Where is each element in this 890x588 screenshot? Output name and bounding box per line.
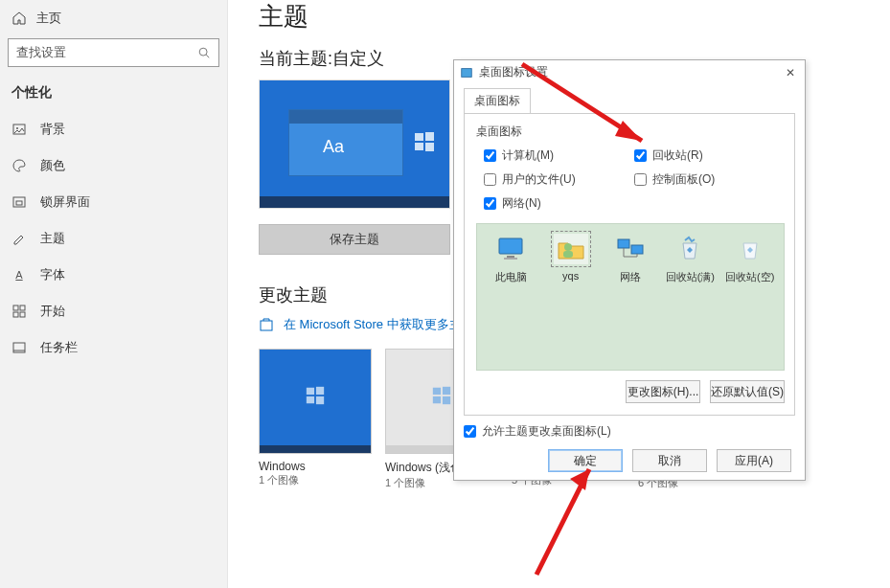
- font-icon: A: [11, 267, 27, 283]
- icon-label: yqs: [562, 270, 579, 282]
- page-title: 主题: [259, 0, 880, 34]
- sidebar-item-font[interactable]: A 字体: [0, 257, 227, 293]
- sidebar-item-label: 背景: [40, 121, 65, 138]
- checkbox-controlpanel[interactable]: 控制面板(O): [634, 171, 785, 188]
- svg-rect-24: [443, 396, 450, 403]
- svg-rect-17: [307, 387, 314, 394]
- sidebar-item-label: 任务栏: [40, 339, 78, 356]
- desktop-icon-settings-dialog: 桌面图标设置 ✕ 桌面图标 桌面图标 计算机(M) 回收站(R) 用户的文件(U…: [453, 59, 806, 481]
- change-icon-button[interactable]: 更改图标(H)...: [626, 380, 700, 403]
- allow-checkbox-input[interactable]: [464, 425, 476, 438]
- close-icon[interactable]: ✕: [782, 66, 799, 79]
- svg-point-33: [564, 243, 572, 251]
- checkbox-label: 回收站(R): [652, 147, 703, 164]
- sidebar-item-label: 字体: [40, 266, 65, 283]
- svg-rect-5: [16, 201, 22, 205]
- checkbox-recyclebin[interactable]: 回收站(R): [634, 147, 785, 164]
- sidebar-home[interactable]: 主页: [0, 6, 227, 34]
- theme-card-windows[interactable]: Windows 1 个图像: [259, 349, 372, 490]
- svg-rect-15: [425, 143, 434, 151]
- user-folder-icon: [554, 234, 588, 264]
- search-placeholder: 查找设置: [16, 44, 66, 61]
- search-icon: [197, 46, 211, 59]
- svg-rect-29: [462, 68, 472, 77]
- ok-button[interactable]: 确定: [548, 449, 623, 472]
- svg-rect-31: [507, 256, 514, 258]
- current-theme-preview[interactable]: Aa: [259, 79, 450, 209]
- icon-label: 网络: [620, 270, 641, 284]
- checkbox-label: 网络(N): [502, 195, 541, 212]
- start-icon: [11, 304, 27, 319]
- svg-rect-23: [433, 396, 441, 402]
- store-icon: [259, 317, 274, 332]
- dialog-icon: [460, 66, 473, 79]
- sidebar-item-label: 开始: [40, 303, 65, 320]
- font-sample-icon: Aa: [323, 137, 344, 157]
- icon-recyclebin-full[interactable]: 回收站(满): [663, 234, 717, 284]
- svg-rect-36: [631, 245, 643, 254]
- svg-rect-12: [415, 133, 423, 141]
- svg-line-1: [206, 55, 209, 57]
- save-theme-button[interactable]: 保存主题: [259, 224, 450, 255]
- svg-rect-19: [307, 396, 314, 402]
- brush-icon: [11, 231, 27, 246]
- svg-rect-6: [13, 305, 18, 310]
- settings-sidebar: 主页 查找设置 个性化 背景 颜色 锁屏界面 主题 A 字体 开始 任务栏: [0, 0, 228, 588]
- windows-logo-icon: [413, 130, 436, 153]
- svg-rect-32: [504, 258, 517, 260]
- icon-this-pc[interactable]: 此电脑: [484, 234, 537, 284]
- checkbox-label: 用户的文件(U): [502, 171, 576, 188]
- svg-rect-9: [20, 312, 25, 317]
- dialog-titlebar: 桌面图标设置 ✕: [454, 60, 805, 82]
- icon-user-folder[interactable]: yqs: [544, 234, 598, 282]
- sidebar-home-label: 主页: [36, 10, 61, 27]
- image-icon: [11, 122, 27, 137]
- svg-rect-16: [261, 321, 272, 330]
- icon-recyclebin-empty[interactable]: 回收站(空): [723, 234, 777, 284]
- checkbox-label: 控制面板(O): [652, 171, 715, 188]
- svg-rect-22: [443, 386, 450, 394]
- svg-rect-8: [13, 312, 18, 317]
- svg-rect-7: [20, 305, 25, 310]
- allow-theme-change-checkbox[interactable]: 允许主题更改桌面图标(L): [464, 423, 795, 440]
- sidebar-item-label: 锁屏界面: [40, 193, 90, 211]
- checkbox-userfiles[interactable]: 用户的文件(U): [484, 171, 634, 188]
- sidebar-item-color[interactable]: 颜色: [0, 147, 227, 184]
- icon-preview-area: 此电脑 yqs 网络 回收站(满) 回收站(空): [476, 223, 785, 371]
- cancel-button[interactable]: 取消: [632, 449, 707, 472]
- svg-rect-30: [499, 238, 522, 254]
- apply-button[interactable]: 应用(A): [717, 449, 791, 472]
- checkbox-network[interactable]: 网络(N): [484, 195, 634, 212]
- icon-network[interactable]: 网络: [604, 234, 657, 284]
- recyclebin-full-icon: [673, 234, 707, 264]
- dialog-body: 桌面图标 计算机(M) 回收站(R) 用户的文件(U) 控制面板(O) 网络(N…: [464, 113, 795, 416]
- sidebar-item-background[interactable]: 背景: [0, 111, 227, 147]
- icon-label: 此电脑: [495, 270, 527, 284]
- checkbox-label: 计算机(M): [502, 147, 554, 164]
- icon-label: 回收站(满): [666, 270, 715, 284]
- svg-rect-13: [425, 132, 434, 141]
- windows-logo-icon: [305, 385, 326, 406]
- sidebar-item-start[interactable]: 开始: [0, 293, 227, 329]
- group-label: 桌面图标: [476, 124, 785, 140]
- theme-name: Windows: [259, 460, 372, 473]
- svg-rect-14: [415, 143, 423, 150]
- tab-desktop-icons[interactable]: 桌面图标: [464, 88, 531, 113]
- pc-icon: [493, 234, 528, 264]
- sidebar-item-theme[interactable]: 主题: [0, 220, 227, 257]
- svg-point-0: [199, 48, 207, 56]
- theme-info: 1 个图像: [259, 473, 372, 487]
- sidebar-item-lockscreen[interactable]: 锁屏界面: [0, 184, 227, 220]
- restore-defaults-button[interactable]: 还原默认值(S): [710, 380, 785, 403]
- checkbox-computer[interactable]: 计算机(M): [484, 147, 634, 164]
- dialog-title: 桌面图标设置: [479, 64, 548, 80]
- svg-point-3: [16, 127, 18, 129]
- allow-label: 允许主题更改桌面图标(L): [482, 423, 611, 440]
- windows-logo-icon: [431, 385, 452, 406]
- palette-icon: [11, 158, 27, 173]
- search-input[interactable]: 查找设置: [8, 38, 219, 67]
- recyclebin-empty-icon: [733, 234, 767, 264]
- sidebar-section-title: 个性化: [0, 77, 227, 111]
- svg-rect-34: [563, 251, 573, 258]
- sidebar-item-taskbar[interactable]: 任务栏: [0, 329, 227, 366]
